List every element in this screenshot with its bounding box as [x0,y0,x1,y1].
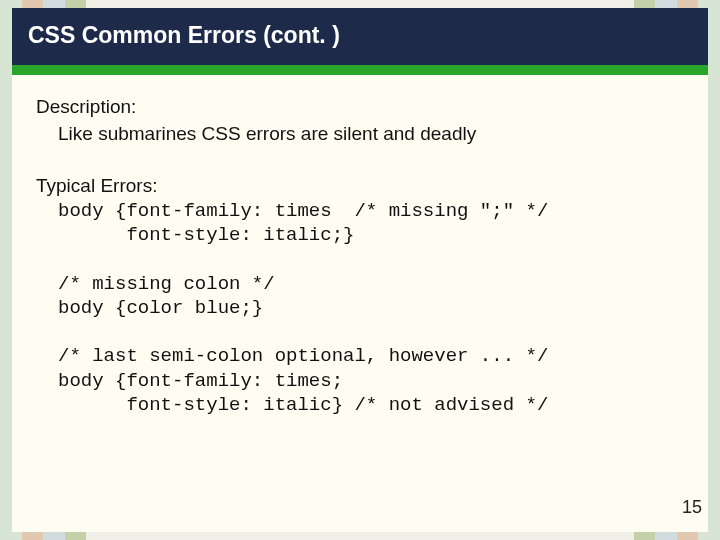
slide-content: Description: Like submarines CSS errors … [12,75,708,417]
code-block-2: /* missing colon */ body {color blue;} [36,272,684,321]
code-block-1: body {font-family: times /* missing ";" … [36,199,684,248]
typical-errors-label: Typical Errors: [36,174,684,199]
accent-bar [12,65,708,75]
description-text: Like submarines CSS errors are silent an… [36,122,684,147]
slide-title: CSS Common Errors (cont. ) [28,22,340,48]
title-bar: CSS Common Errors (cont. ) [12,8,708,65]
description-label: Description: [36,95,684,120]
page-number: 15 [682,497,702,518]
code-block-3: /* last semi-colon optional, however ...… [36,344,684,417]
slide-body: CSS Common Errors (cont. ) Description: … [12,8,708,532]
